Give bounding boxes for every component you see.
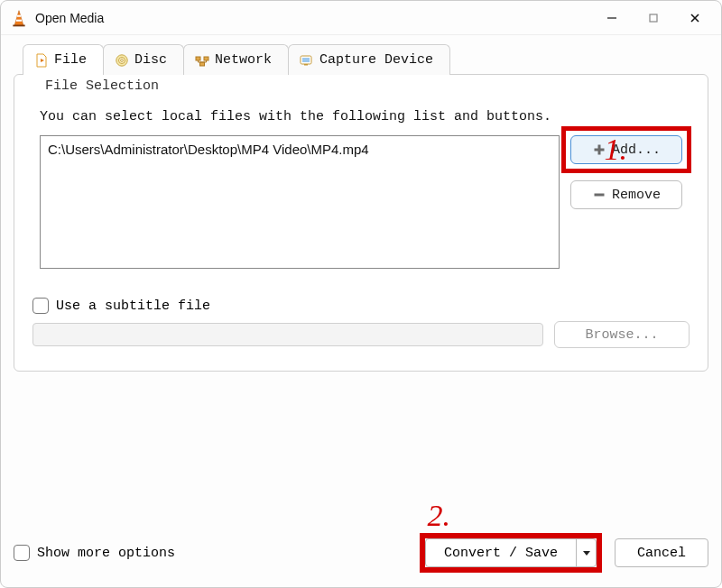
svg-rect-12 [196, 57, 200, 60]
svg-rect-3 [13, 24, 24, 26]
annotation-label-2: 2. [428, 499, 451, 533]
browse-subtitle-button[interactable]: Browse... [554, 321, 690, 348]
subtitle-checkbox-label: Use a subtitle file [56, 299, 210, 314]
show-more-checkbox[interactable] [14, 545, 30, 561]
remove-button-label: Remove [612, 188, 661, 203]
file-list-item[interactable]: C:\Users\Administrator\Desktop\MP4 Video… [48, 142, 551, 157]
chevron-down-icon [582, 548, 591, 557]
maximize-button[interactable] [633, 5, 674, 32]
cancel-button[interactable]: Cancel [615, 538, 708, 567]
subtitle-checkbox[interactable] [32, 298, 49, 314]
vlc-cone-icon [10, 9, 28, 27]
disc-icon [115, 53, 129, 68]
svg-rect-2 [16, 19, 22, 21]
file-selection-group: File Selection You can select local file… [29, 87, 693, 281]
file-panel: File Selection You can select local file… [14, 74, 708, 372]
subtitle-row: Use a subtitle file [32, 298, 693, 314]
tab-file-label: File [54, 52, 87, 68]
svg-rect-13 [204, 57, 208, 60]
window-title: Open Media [35, 11, 104, 25]
minimize-button[interactable] [591, 5, 633, 32]
svg-rect-16 [302, 58, 310, 62]
svg-marker-0 [14, 10, 23, 25]
maximize-icon [648, 13, 659, 23]
browse-button-label: Browse... [585, 327, 658, 343]
svg-rect-1 [17, 14, 21, 16]
subtitle-path-field [32, 323, 543, 346]
tab-capture[interactable]: Capture Device [288, 44, 450, 75]
titlebar: Open Media [1, 1, 721, 35]
tab-capture-label: Capture Device [319, 52, 433, 68]
tabs: File Disc Network Capture Device [23, 44, 708, 75]
convert-save-label: Convert / Save [426, 539, 576, 566]
cancel-button-label: Cancel [637, 546, 686, 561]
remove-button[interactable]: Remove [570, 180, 682, 209]
network-icon [195, 53, 209, 68]
tab-file[interactable]: File [23, 44, 104, 75]
file-selection-legend: File Selection [40, 78, 164, 94]
add-button-label: Add... [612, 142, 661, 158]
tab-network[interactable]: Network [183, 44, 289, 75]
capture-icon [300, 53, 314, 68]
tab-network-label: Network [215, 52, 272, 68]
minus-icon [592, 188, 606, 202]
file-list[interactable]: C:\Users\Administrator\Desktop\MP4 Video… [40, 135, 560, 269]
convert-save-button[interactable]: Convert / Save [425, 538, 597, 567]
file-selection-help: You can select local files with the foll… [40, 109, 682, 124]
plus-icon [592, 142, 606, 157]
close-icon [690, 13, 700, 23]
tab-disc[interactable]: Disc [103, 44, 184, 75]
add-button[interactable]: Add... [570, 135, 682, 164]
svg-point-11 [121, 59, 124, 61]
convert-save-dropdown[interactable] [576, 539, 596, 566]
footer: Show more options Convert / Save Cancel [14, 533, 708, 573]
tab-disc-label: Disc [134, 52, 167, 68]
file-icon [34, 53, 49, 68]
svg-rect-14 [200, 62, 205, 66]
minimize-icon [606, 13, 617, 23]
show-more-label: Show more options [37, 546, 175, 561]
open-media-window: Open Media File Disc [0, 0, 722, 588]
svg-rect-5 [650, 14, 657, 22]
close-button[interactable] [674, 5, 716, 32]
svg-marker-21 [583, 551, 590, 556]
svg-rect-17 [304, 64, 308, 66]
